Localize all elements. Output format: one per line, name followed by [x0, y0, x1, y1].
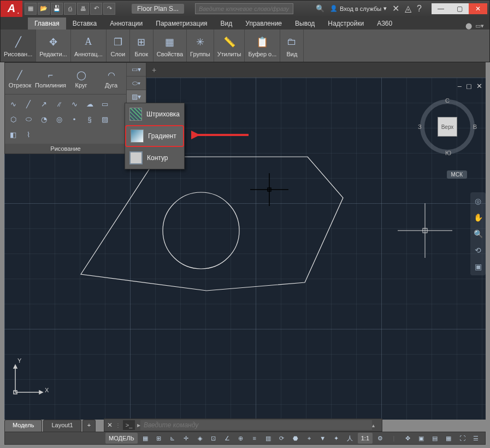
qat-new-icon[interactable]: ▦ — [25, 3, 37, 15]
status-osnap-icon[interactable]: ⊡ — [208, 433, 220, 444]
window-minimize-button[interactable]: — — [432, 3, 450, 14]
tool-wipeout-icon[interactable]: ◧ — [7, 128, 19, 140]
layout-tab-layout1[interactable]: Layout1 — [43, 420, 81, 432]
tool-ellipse-dd[interactable]: ⬭▾ — [127, 76, 146, 90]
tool-hatch-dd[interactable]: ▨▾ — [127, 90, 146, 104]
tool-ray-icon[interactable]: ↗ — [38, 98, 50, 110]
tool-line[interactable]: ╱ Отрезок — [5, 67, 35, 91]
panel-utilities[interactable]: 📏 Утилиты — [214, 30, 245, 62]
viewcube-top-face[interactable]: Верх — [438, 117, 457, 137]
nav-wheel-icon[interactable]: ◎ — [473, 196, 483, 207]
status-qprops-icon[interactable]: ▦ — [442, 433, 454, 444]
cmdline-history-icon[interactable]: ▴ — [372, 422, 382, 428]
tool-xline-icon[interactable]: ╱ — [22, 98, 34, 110]
tool-circle[interactable]: ◯ Круг — [66, 67, 96, 91]
wcs-badge[interactable]: МСК — [447, 170, 467, 179]
app-logo[interactable]: A — [1, 1, 22, 17]
panel-properties[interactable]: ▦ Свойства — [154, 30, 187, 62]
tool-donut-icon[interactable]: ◎ — [53, 113, 65, 125]
tool-3dpoly-icon[interactable]: ⌇ — [22, 128, 34, 140]
tool-rect-icon[interactable]: ▭ — [99, 98, 111, 110]
qat-save-icon[interactable]: 💾 — [51, 3, 63, 15]
tool-arc[interactable]: ◠ Дуга — [96, 67, 126, 91]
qat-plot-icon[interactable]: 🖶 — [77, 3, 89, 15]
status-track-icon[interactable]: ∠ — [221, 433, 233, 444]
signin-button[interactable]: 👤 Вход в службы ▾ — [330, 5, 387, 12]
tool-mline-icon[interactable]: ⫽ — [53, 98, 65, 110]
tool-revcloud-icon[interactable]: ☁ — [84, 98, 96, 110]
tab-home[interactable]: Главная — [28, 17, 66, 30]
status-ortho-icon[interactable]: ⊾ — [167, 433, 179, 444]
ribbon-minimize-icon[interactable]: ▭▾ — [475, 22, 484, 30]
status-units-icon[interactable]: ▤ — [429, 433, 441, 444]
command-input[interactable] — [140, 420, 372, 430]
infocenter-search-icon[interactable]: 🔍 — [316, 4, 324, 13]
tab-manage[interactable]: Управление — [239, 17, 288, 30]
nav-zoom-icon[interactable]: 🔍 — [473, 228, 483, 239]
command-line[interactable]: ✕ ⋮ >_ ▸ ▴ — [104, 418, 382, 432]
layout-tab-model[interactable]: Модель — [4, 420, 42, 432]
status-workspace-icon[interactable]: ✥ — [402, 433, 414, 444]
tab-addins[interactable]: Надстройки — [321, 17, 370, 30]
infocenter-search-input[interactable] — [195, 3, 293, 14]
tab-annotate[interactable]: Аннотации — [103, 17, 149, 30]
status-selfilter-icon[interactable]: ▼ — [317, 433, 329, 444]
dd-gradient[interactable]: Градиент — [125, 125, 184, 147]
status-transparency-icon[interactable]: ▥ — [262, 433, 274, 444]
window-close-button[interactable]: ✕ — [469, 3, 487, 14]
window-maximize-button[interactable]: ▢ — [450, 3, 469, 14]
cmdline-close-icon[interactable]: ✕ — [104, 421, 115, 429]
panel-view[interactable]: 🗀 Вид — [280, 30, 304, 62]
tab-output[interactable]: Вывод — [288, 17, 321, 30]
viewcube[interactable]: Верх С Ю В З — [420, 99, 475, 154]
status-lwt-icon[interactable]: ≡ — [249, 433, 261, 444]
status-cycling-icon[interactable]: ⟳ — [276, 433, 288, 444]
tool-point-icon[interactable]: • — [68, 113, 80, 125]
doc-restore-button[interactable]: ◻ — [466, 82, 472, 90]
tab-parametric[interactable]: Параметризация — [149, 17, 214, 30]
panel-annotation[interactable]: A Аннотац... — [71, 30, 107, 62]
a360-icon[interactable]: ◬ — [405, 3, 411, 14]
qat-redo-icon[interactable]: ↷ — [103, 3, 115, 15]
dd-hatch[interactable]: Штриховка — [125, 103, 184, 125]
doc-close-button[interactable]: ✕ — [476, 82, 482, 90]
tool-polygon-icon[interactable]: ⬡ — [7, 113, 19, 125]
status-polar-icon[interactable]: ✛ — [180, 433, 192, 444]
status-annoscale[interactable]: 人 — [344, 433, 356, 444]
panel-block[interactable]: ⊞ Блок — [130, 30, 154, 62]
panel-modify[interactable]: ✥ Редакти... — [36, 30, 71, 62]
status-gizmo-icon[interactable]: ✦ — [330, 433, 343, 444]
panel-layers[interactable]: ❐ Слои — [107, 30, 130, 62]
status-gear-icon[interactable]: ⚙ — [374, 433, 386, 444]
layout-tab-add[interactable]: + — [82, 420, 96, 432]
qat-saveas-icon[interactable]: ⎙ — [64, 3, 76, 15]
status-custom-icon[interactable]: ☰ — [470, 433, 482, 444]
status-scale-button[interactable]: 1:1 — [358, 433, 373, 444]
status-model-button[interactable]: МОДЕЛЬ — [105, 433, 138, 444]
tool-rectangle-dd[interactable]: ▭▾ — [127, 63, 146, 76]
qat-undo-icon[interactable]: ↶ — [90, 3, 102, 15]
tool-helix-icon[interactable]: § — [84, 113, 96, 125]
nav-showmotion-icon[interactable]: ▣ — [473, 261, 483, 272]
tab-view[interactable]: Вид — [214, 17, 239, 30]
nav-pan-icon[interactable]: ✋ — [473, 212, 483, 223]
dd-boundary[interactable]: Контур — [125, 147, 184, 169]
tool-spline2-icon[interactable]: ∿ — [68, 98, 80, 110]
tool-region-icon[interactable]: ▨ — [99, 113, 111, 125]
help-icon[interactable]: ? — [417, 4, 422, 14]
panel-groups[interactable]: ✳ Группы — [187, 30, 214, 62]
cmdline-grip-icon[interactable]: ⋮ — [115, 422, 121, 428]
panel-clipboard[interactable]: 📋 Буфер о... — [245, 30, 280, 62]
tool-spline-icon[interactable]: ∿ — [7, 98, 19, 110]
status-annomonitor-icon[interactable]: ▣ — [415, 433, 427, 444]
status-3dosnap-icon[interactable]: ⬣ — [290, 433, 302, 444]
ribbon-pin-icon[interactable]: ⬤ — [465, 22, 472, 30]
status-dynucs-icon[interactable]: ⌖ — [303, 433, 315, 444]
tab-a360[interactable]: A360 — [370, 17, 399, 30]
status-snap-icon[interactable]: ⊞ — [153, 433, 165, 444]
tool-ellipsearc-icon[interactable]: ◔ — [38, 113, 50, 125]
tab-insert[interactable]: Вставка — [66, 17, 104, 30]
status-clean-icon[interactable]: ⛶ — [456, 433, 468, 444]
exchange-icon[interactable]: ✕ — [392, 3, 399, 14]
status-grid-icon[interactable]: ▦ — [139, 433, 151, 444]
